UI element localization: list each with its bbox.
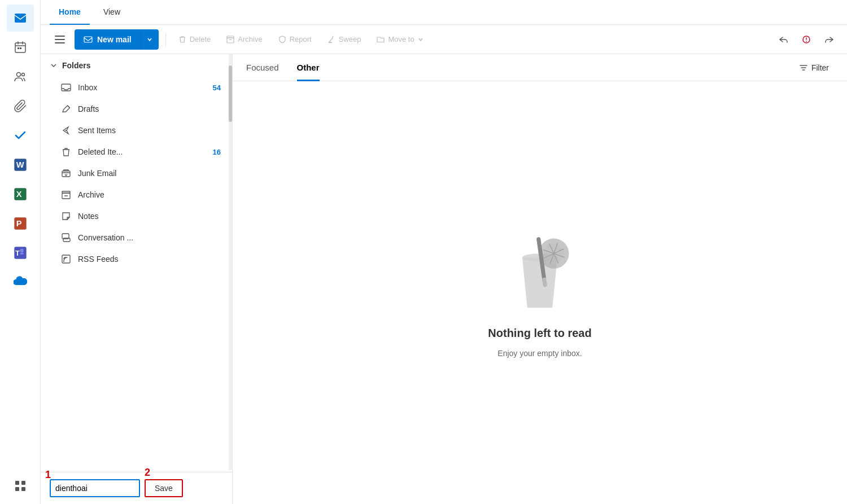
svg-point-14 (20, 249, 24, 253)
main-container: Home View New mail (41, 0, 847, 504)
svg-text:W: W (16, 160, 24, 169)
reply-icon (779, 34, 789, 45)
folder-junk[interactable]: Junk Email (43, 163, 230, 184)
sweep-button[interactable]: Sweep (322, 32, 367, 47)
svg-rect-31 (62, 255, 70, 263)
nav-word[interactable]: W (7, 151, 34, 178)
forward-button[interactable] (820, 30, 838, 49)
folder-name-input[interactable] (50, 479, 140, 497)
deleted-icon (61, 147, 71, 157)
move-to-button[interactable]: Move to (371, 32, 429, 47)
sidebar-scrollbar[interactable] (229, 54, 232, 470)
tab-view[interactable]: View (94, 0, 129, 25)
nav-tasks[interactable] (7, 122, 34, 149)
drafts-label: Drafts (78, 104, 221, 113)
email-area: Focused Other Filter (233, 54, 847, 504)
email-tabs: Focused Other Filter (233, 54, 847, 81)
delete-button[interactable]: Delete (173, 32, 217, 47)
toolbar: New mail Delete Archive (41, 25, 847, 54)
save-button[interactable]: Save (145, 479, 183, 497)
folder-drafts[interactable]: Drafts (43, 98, 230, 120)
svg-rect-0 (15, 14, 26, 23)
report-button[interactable]: Report (273, 32, 317, 47)
svg-rect-22 (84, 37, 92, 42)
folder-rss[interactable]: RSS Feeds (43, 248, 230, 270)
nav-calendar[interactable] (7, 34, 34, 61)
tab-other[interactable]: Other (297, 54, 320, 81)
step2-label: 2 (145, 467, 150, 479)
svg-rect-23 (227, 38, 234, 43)
conversation-label: Conversation ... (78, 233, 221, 242)
delete-label: Delete (190, 35, 211, 43)
folder-sent-items[interactable]: Sent Items (43, 120, 230, 141)
sent-icon (61, 125, 71, 135)
filter-icon (799, 63, 808, 72)
broom-icon (328, 36, 335, 43)
svg-rect-21 (55, 42, 65, 43)
folder-notes[interactable]: Notes (43, 205, 230, 227)
svg-rect-20 (55, 39, 65, 40)
nav-powerpoint[interactable]: P (7, 210, 34, 237)
nav-apps[interactable] (7, 472, 34, 499)
folders-header[interactable]: Folders (41, 54, 232, 77)
folder-deleted[interactable]: Deleted Ite... 16 (43, 141, 230, 163)
chevron-down-icon (147, 37, 152, 42)
input-container: 1 (50, 479, 140, 497)
svg-rect-42 (542, 278, 551, 287)
hamburger-button[interactable] (50, 29, 70, 50)
nav-onedrive[interactable] (7, 269, 34, 296)
archive-label: Archive (78, 190, 221, 199)
tab-home[interactable]: Home (50, 0, 90, 25)
inbox-icon (61, 82, 71, 93)
svg-text:P: P (16, 219, 21, 228)
drafts-icon (61, 104, 71, 114)
empty-illustration (495, 227, 585, 318)
archive-icon (226, 36, 234, 43)
unknown-button[interactable] (797, 30, 815, 49)
inbox-label: Inbox (78, 83, 206, 92)
svg-rect-3 (20, 47, 21, 49)
deleted-label: Deleted Ite... (78, 147, 206, 156)
sidebar: Folders Inbox 54 Drafts (41, 54, 233, 504)
sidebar-scrollbar-thumb[interactable] (229, 65, 232, 122)
tab-focused[interactable]: Focused (246, 54, 279, 81)
empty-state: Nothing left to read Enjoy your empty in… (233, 81, 847, 504)
svg-rect-41 (529, 273, 539, 283)
svg-rect-16 (21, 481, 25, 485)
shield-icon (278, 36, 286, 43)
folder-conversation[interactable]: Conversation ... (43, 227, 230, 248)
svg-point-5 (21, 73, 24, 76)
nav-people[interactable] (7, 63, 34, 90)
nav-mail[interactable] (7, 5, 34, 32)
deleted-count: 16 (213, 148, 221, 156)
svg-point-32 (63, 261, 64, 262)
svg-rect-28 (62, 191, 70, 193)
mail-icon (84, 35, 93, 44)
empty-subtitle: Enjoy your empty inbox. (497, 349, 582, 358)
folder-archive[interactable]: Archive (43, 184, 230, 205)
nav-excel[interactable]: X (7, 181, 34, 208)
notes-icon (61, 211, 71, 221)
nav-attachments[interactable] (7, 93, 34, 120)
content-area: Folders Inbox 54 Drafts (41, 54, 847, 504)
reply-button[interactable] (775, 30, 793, 49)
junk-icon (61, 168, 71, 178)
toolbar-divider (165, 33, 166, 46)
archive-button[interactable]: Archive (221, 32, 268, 47)
svg-rect-2 (18, 47, 19, 49)
unknown-icon (801, 34, 811, 45)
move-to-label: Move to (388, 35, 414, 43)
svg-rect-17 (15, 487, 19, 491)
trash-icon (178, 36, 186, 43)
new-mail-dropdown-button[interactable] (141, 29, 159, 50)
new-mail-button[interactable]: New mail (75, 29, 141, 50)
archive-folder-icon (61, 190, 71, 200)
nav-teams[interactable]: T (7, 239, 34, 266)
svg-rect-18 (21, 487, 25, 491)
junk-label: Junk Email (78, 169, 221, 178)
folder-inbox[interactable]: Inbox 54 (43, 77, 230, 98)
filter-button[interactable]: Filter (794, 61, 833, 74)
bottom-input-row: 1 2 Save (50, 479, 223, 497)
sidebar-bottom: 1 2 Save (41, 472, 232, 504)
svg-point-4 (16, 73, 20, 77)
